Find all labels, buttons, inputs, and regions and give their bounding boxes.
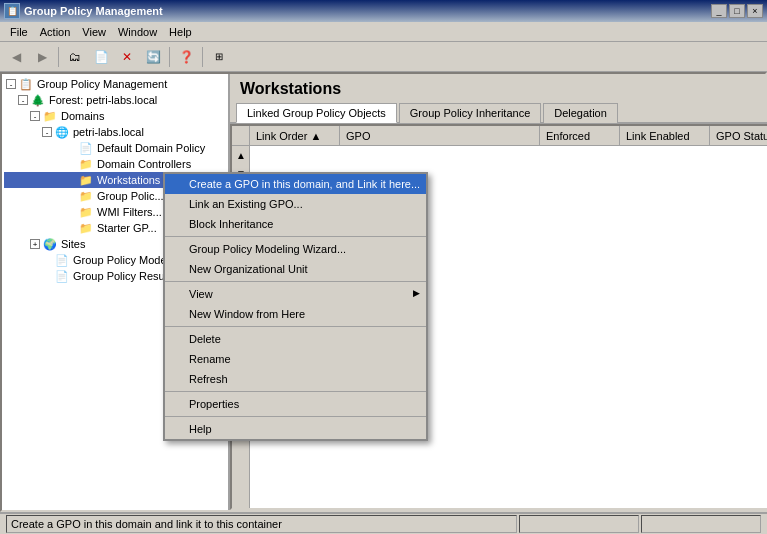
status-extra [519, 515, 639, 533]
label-sites: Sites [61, 238, 85, 250]
label-group-policy: Group Polic... [97, 190, 164, 202]
close-button[interactable]: × [747, 4, 763, 18]
icon-group-policy: 📁 [78, 188, 94, 204]
icon-domain-controllers: 📁 [78, 156, 94, 172]
scroll-track[interactable] [248, 509, 767, 511]
ctx-view[interactable]: View [165, 284, 426, 304]
title-bar: 📋 Group Policy Management _ □ × [0, 0, 767, 22]
expander-domain[interactable]: - [42, 127, 52, 137]
sep-4 [165, 391, 426, 392]
sep-5 [165, 416, 426, 417]
refresh-button[interactable]: 🔄 [141, 45, 165, 69]
icon-forest: 🌲 [30, 92, 46, 108]
label-default-policy: Default Domain Policy [97, 142, 205, 154]
window-controls[interactable]: _ □ × [711, 4, 763, 18]
icon-default-policy: 📄 [78, 140, 94, 156]
ctx-properties[interactable]: Properties [165, 394, 426, 414]
ctx-help[interactable]: Help [165, 419, 426, 439]
forward-button[interactable]: ▶ [30, 45, 54, 69]
tree-item-domains[interactable]: - 📁 Domains [4, 108, 226, 124]
menu-window[interactable]: Window [112, 24, 163, 40]
label-domain-controllers: Domain Controllers [97, 158, 191, 170]
scroll-up[interactable]: ▲ [232, 146, 250, 164]
ctx-gp-modeling[interactable]: Group Policy Modeling Wizard... [165, 239, 426, 259]
icon-root: 📋 [18, 76, 34, 92]
label-gp-results: Group Policy Resul... [73, 270, 176, 282]
folder-button[interactable]: 🗂 [63, 45, 87, 69]
col-enforced[interactable]: Enforced [540, 126, 620, 145]
help-button[interactable]: ❓ [174, 45, 198, 69]
ctx-refresh[interactable]: Refresh [165, 369, 426, 389]
label-forest: Forest: petri-labs.local [49, 94, 157, 106]
menu-file[interactable]: File [4, 24, 34, 40]
tree-item-domain-controllers[interactable]: 📁 Domain Controllers [4, 156, 226, 172]
extra-button[interactable]: ⊞ [207, 45, 231, 69]
menu-bar: File Action View Window Help [0, 22, 767, 42]
tab-delegation[interactable]: Delegation [543, 103, 618, 123]
icon-gp-results: 📄 [54, 268, 70, 284]
ctx-delete[interactable]: Delete [165, 329, 426, 349]
label-root: Group Policy Management [37, 78, 167, 90]
restore-button[interactable]: □ [729, 4, 745, 18]
tab-linked-gpo[interactable]: Linked Group Policy Objects [236, 103, 397, 123]
app-icon: 📋 [4, 3, 20, 19]
sep-1 [165, 236, 426, 237]
icon-workstations: 📁 [78, 172, 94, 188]
panel-title: Workstations [230, 74, 767, 102]
sep-3 [165, 326, 426, 327]
expander-sites[interactable]: + [30, 239, 40, 249]
window-title: Group Policy Management [24, 5, 163, 17]
toolbar: ◀ ▶ 🗂 📄 ✕ 🔄 ❓ ⊞ [0, 42, 767, 72]
tree-item-root[interactable]: - 📋 Group Policy Management [4, 76, 226, 92]
label-domains: Domains [61, 110, 104, 122]
icon-domains: 📁 [42, 108, 58, 124]
tree-item-forest[interactable]: - 🌲 Forest: petri-labs.local [4, 92, 226, 108]
tree-item-domain[interactable]: - 🌐 petri-labs.local [4, 124, 226, 140]
label-starter: Starter GP... [97, 222, 157, 234]
status-bar: Create a GPO in this domain and link it … [0, 512, 767, 534]
status-message: Create a GPO in this domain and link it … [6, 515, 517, 533]
icon-sites: 🌍 [42, 236, 58, 252]
label-wmi: WMI Filters... [97, 206, 162, 218]
title-bar-left: 📋 Group Policy Management [4, 3, 163, 19]
table-header: Link Order ▲ GPO Enforced Link Enabled G… [232, 126, 767, 146]
scroll-left[interactable]: ◀ [232, 509, 248, 511]
icon-domain: 🌐 [54, 124, 70, 140]
expander-domains[interactable]: - [30, 111, 40, 121]
menu-view[interactable]: View [76, 24, 112, 40]
col-link-enabled[interactable]: Link Enabled [620, 126, 710, 145]
ctx-block-inheritance[interactable]: Block Inheritance [165, 214, 426, 234]
minimize-button[interactable]: _ [711, 4, 727, 18]
menu-help[interactable]: Help [163, 24, 198, 40]
expander-forest[interactable]: - [18, 95, 28, 105]
separator-2 [169, 47, 170, 67]
menu-action[interactable]: Action [34, 24, 77, 40]
delete-button[interactable]: ✕ [115, 45, 139, 69]
expander-root[interactable]: - [6, 79, 16, 89]
ctx-create-gpo[interactable]: Create a GPO in this domain, and Link it… [165, 174, 426, 194]
h-scrollbar[interactable]: ◀ ▶ [232, 508, 767, 510]
label-workstations: Workstations [97, 174, 160, 186]
icon-wmi: 📁 [78, 204, 94, 220]
ctx-rename[interactable]: Rename [165, 349, 426, 369]
tab-bar: Linked Group Policy Objects Group Policy… [230, 102, 767, 124]
separator-1 [58, 47, 59, 67]
back-button[interactable]: ◀ [4, 45, 28, 69]
sep-2 [165, 281, 426, 282]
col-gpo-status[interactable]: GPO Status [710, 126, 767, 145]
ctx-new-window[interactable]: New Window from Here [165, 304, 426, 324]
separator-3 [202, 47, 203, 67]
col-link-order[interactable]: Link Order ▲ [250, 126, 340, 145]
label-domain: petri-labs.local [73, 126, 144, 138]
tree-item-default-policy[interactable]: 📄 Default Domain Policy [4, 140, 226, 156]
tab-gp-inheritance[interactable]: Group Policy Inheritance [399, 103, 541, 123]
icon-starter: 📁 [78, 220, 94, 236]
col-gpo[interactable]: GPO [340, 126, 540, 145]
ctx-link-existing[interactable]: Link an Existing GPO... [165, 194, 426, 214]
ctx-new-ou[interactable]: New Organizational Unit [165, 259, 426, 279]
icon-gp-modeling: 📄 [54, 252, 70, 268]
copy-button[interactable]: 📄 [89, 45, 113, 69]
status-extra2 [641, 515, 761, 533]
label-gp-modeling: Group Policy Mode... [73, 254, 176, 266]
context-menu: Create a GPO in this domain, and Link it… [163, 172, 428, 441]
